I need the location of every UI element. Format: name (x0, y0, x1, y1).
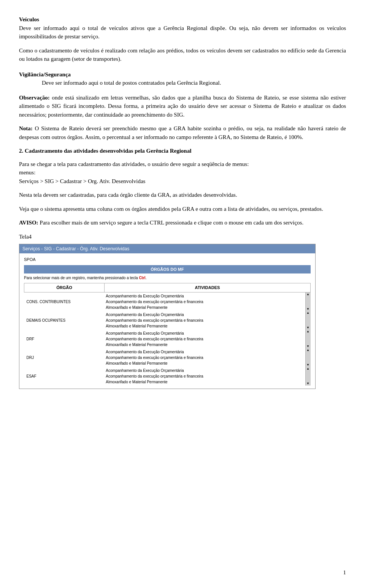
table-header: ÓRGÃO ATIVIDADES (24, 283, 311, 292)
ctrl-note-before: Para selecionar mais de um registro, man… (24, 276, 139, 280)
atividades-cell: Acompanhamento da Execução OrçamentáriaA… (104, 311, 310, 330)
section2-p3: Veja que o sistema apresenta uma coluna … (19, 205, 346, 213)
tela-label: Tela4 (19, 232, 346, 241)
scroll-down-arrow[interactable]: ▼ (306, 326, 309, 329)
scroll-up-arrow[interactable]: ▲ (306, 330, 309, 333)
orgao-cell: DRJ (24, 348, 105, 367)
col-atividades-header: ATIVIDADES (104, 283, 310, 292)
atividades-cell: Acompanhamento da Execução OrçamentáriaA… (104, 330, 310, 348)
table-row: CONS. CONTRIBUINTESAcompanhamento da Exe… (24, 292, 311, 311)
atividade-item: Acompanhamento da execução orçamentária … (106, 318, 303, 323)
ctrl-note-after: . (146, 276, 147, 280)
atividade-item: Acompanhamento da execução orçamentária … (106, 373, 303, 379)
scrollbar[interactable]: ▲▼ (305, 311, 311, 330)
spoa-label: SPOA (24, 256, 311, 263)
activities-table: ÓRGÃO ATIVIDADES CONS. CONTRIBUINTESAcom… (24, 283, 311, 386)
screen-mockup: Serviços - SIG - Cadastrar - Órg. Ativ. … (19, 244, 316, 389)
scrollbar[interactable]: ▲▼ (305, 292, 311, 311)
vigilancia-p1: Deve ser informado aqui o total de posto… (19, 80, 221, 86)
atividades-cell: Acompanhamento da Execução OrçamentáriaA… (104, 292, 310, 311)
scrollbar[interactable]: ▲▼ (305, 348, 311, 367)
atividade-item: Almoxarifado e Material Permanente (106, 305, 303, 310)
observacao-text: onde está sinalizado em letras vermelhas… (19, 95, 346, 118)
section2-number: 2. (19, 148, 23, 154)
atividade-item: Acompanhamento da execução orçamentária … (106, 299, 303, 305)
vigilancia-block-inner: Vigilância/Segurança Deve ser informado … (19, 70, 346, 87)
orgao-cell: DRF (24, 330, 105, 348)
orgao-cell: ESAF (24, 367, 105, 386)
atividade-item: Acompanhamento da Execução Orçamentária (106, 330, 303, 336)
table-row: DEMAIS OCUPANTESAcompanhamento da Execuç… (24, 311, 311, 330)
section2-p1-text: Para se chegar a tela para cadastramento… (19, 161, 249, 167)
aviso-block: AVISO: Para escolher mais de um serviço … (19, 218, 346, 227)
scroll-up-arrow[interactable]: ▲ (306, 311, 309, 315)
atividade-item: Almoxarifado e Material Permanente (106, 379, 303, 385)
atividade-item: Almoxarifado e Material Permanente (106, 360, 303, 366)
orgao-cell: DEMAIS OCUPANTES (24, 311, 105, 330)
nota-label: Nota: (19, 125, 33, 131)
atividade-item: Almoxarifado e Material Permanente (106, 323, 303, 329)
orgao-cell: CONS. CONTRIBUINTES (24, 292, 105, 311)
vigilancia-title: Vigilância/Segurança (19, 71, 71, 77)
section2-menu-prefix: menus: (19, 169, 35, 175)
screen-body: SPOA ÓRGÃOS DO MF Para selecionar mais d… (19, 253, 315, 389)
scroll-down-arrow[interactable]: ▼ (306, 382, 309, 385)
table-row: DRJAcompanhamento da Execução Orçamentár… (24, 348, 311, 367)
atividade-item: Acompanhamento da Execução Orçamentária (106, 293, 303, 299)
table-body: CONS. CONTRIBUINTESAcompanhamento da Exe… (24, 292, 311, 386)
ctrl-key: Ctrl (139, 276, 145, 280)
table-row: DRFAcompanhamento da Execução Orçamentár… (24, 330, 311, 348)
scroll-down-arrow[interactable]: ▼ (306, 345, 309, 348)
col-orgao-header: ÓRGÃO (24, 283, 105, 292)
section2-p1: Para se chegar a tela para cadastramento… (19, 160, 346, 186)
observacao-label: Observação: (19, 95, 50, 101)
observacao-block: Observação: onde está sinalizado em letr… (19, 93, 346, 119)
atividade-item: Acompanhamento da Execução Orçamentária (106, 349, 303, 355)
scroll-down-arrow[interactable]: ▼ (306, 308, 309, 311)
aviso-text: Para escolher mais de um serviço segure … (38, 220, 304, 226)
scrollbar[interactable]: ▲▼ (305, 367, 311, 386)
scroll-up-arrow[interactable]: ▲ (306, 293, 309, 296)
atividade-item: Acompanhamento da execução orçamentária … (106, 355, 303, 360)
veiculos-section: Veículos Deve ser informado aqui o total… (19, 15, 346, 41)
section2-title: 2. Cadastramento das atividades desenvol… (19, 147, 346, 155)
screen-titlebar: Serviços - SIG - Cadastrar - Órg. Ativ. … (19, 244, 315, 253)
aviso-label: AVISO: (19, 220, 38, 226)
table-row: ESAFAcompanhamento da Execução Orçamentá… (24, 367, 311, 386)
atividades-cell: Acompanhamento da Execução OrçamentáriaA… (104, 367, 310, 386)
section2-menu-path: Serviços > SIG > Cadastrar > Org. Ativ. … (19, 178, 145, 184)
ctrl-note: Para selecionar mais de um registro, man… (24, 275, 311, 281)
atividades-cell: Acompanhamento da Execução OrçamentáriaA… (104, 348, 310, 367)
section2-title-text: Cadastramento das atividades desenvolvid… (25, 148, 191, 154)
vigilancia-section: Vigilância/Segurança Deve ser informado … (19, 70, 346, 87)
scroll-up-arrow[interactable]: ▲ (306, 349, 309, 352)
atividade-item: Acompanhamento da execução orçamentária … (106, 336, 303, 342)
veiculos-p2: Como o cadastramento de veículos é reali… (19, 46, 346, 63)
section2-p2: Nesta tela devem ser cadastradas, para c… (19, 191, 346, 199)
scrollbar[interactable]: ▲▼ (305, 330, 311, 348)
veiculos-title: Veículos (19, 16, 39, 22)
atividade-item: Acompanhamento da Execução Orçamentária (106, 312, 303, 318)
atividade-item: Acompanhamento da Execução Orçamentária (106, 368, 303, 373)
nota-text: O Sistema de Rateio deverá ser preenchid… (19, 125, 346, 140)
scroll-up-arrow[interactable]: ▲ (306, 367, 309, 370)
orgaos-header: ÓRGÃOS DO MF (24, 265, 311, 274)
atividade-item: Almoxarifado e Material Permanente (106, 342, 303, 348)
veiculos-p1: Deve ser informado aqui o total de veícu… (19, 25, 346, 40)
nota-block: Nota: O Sistema de Rateio deverá ser pre… (19, 124, 346, 141)
scroll-down-arrow[interactable]: ▼ (306, 364, 309, 367)
